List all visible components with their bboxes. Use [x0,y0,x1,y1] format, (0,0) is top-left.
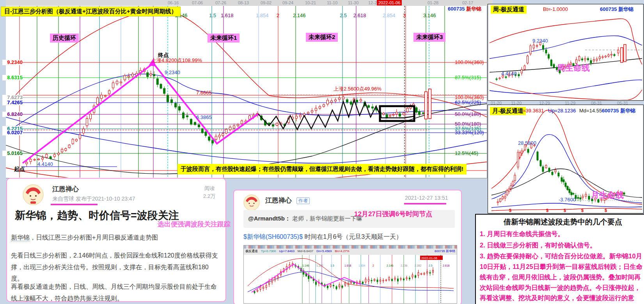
svg-text:2.382: 2.382 [415,264,422,267]
daily-banner-text: 于波段而言，有些股快速起爆；有些股仍需颠簸，但遵循江恩规则去做，看清走势做好跟随… [181,165,463,172]
svg-text:1.854: 1.854 [358,264,365,267]
daily-stock-name: 新华锦 [466,6,481,12]
post-left-meta: 来自雪球 发布于2021-10-10 23:47 [52,196,135,202]
weekly-chart-title: 周-极反通道 [491,5,527,14]
notes-item: 1. 月周日有生命线共振信号。 [480,229,644,239]
mini-header-token: Bn=4.27% [335,249,349,253]
embedded-mini-chart[interactable]: 极反通道Tp=0.7300Up=7.8463Md=6.6437Dn=5.4569… [243,245,457,304]
notes-panel: 借新华锦阐述波段走势中的几个要点 1. 月周日有生命线共振信号。2. 日线做三步… [475,214,644,304]
read-count: 2.2万 [203,194,215,199]
svg-text:2022-01-06: 2022-01-06 [421,256,437,260]
weekly-stock-id: 600735 新华锦 [600,7,633,12]
post-middle-body-rest: 时间在1月6号（元旦3天顺延一天） [303,233,402,240]
monthly-lifeline-label: 月生命线 [591,190,624,199]
stock-link[interactable]: $新华锦(SH600735)$ [243,233,303,240]
weekly-low-label: 4.4140 [501,71,517,76]
daily-chart-title-text: 日-江恩三步分析图（极反通道+江恩波段百分比+黄金时间周期线） [4,8,177,14]
post-left-body1-text: ，日线江恩三步分析图+月周日极反通道走势图 [30,234,158,241]
weekly-high-label: 9.2340 [532,38,548,44]
post-middle-body: $新华锦(SH600735)$ 时间在1月6号（元旦3天顺延一天） [243,233,402,240]
svg-text:1.382: 1.382 [316,264,323,267]
daily-banner: 于波段而言，有些股快速起爆；有些股仍需颠簸，但遵循江恩规则去做，看清走势做好跟随… [177,164,467,174]
monthly-bt-value: =39.3631 [523,108,544,114]
svg-text:2: 2 [373,264,374,267]
monthly-low-label: -3.7600 [559,197,576,203]
weekly-bt-value: Bt=-1.0000 [543,7,568,12]
svg-text:2.618: 2.618 [443,264,450,267]
daily-stock-code: 600735 [448,6,465,12]
mini-header-token: Tp=0.7300 [261,249,276,253]
monthly-chart-title: 月-极反通道 [490,107,526,115]
quote-text: 老师，新华锦能更新一下嘛 [292,215,362,222]
svg-text:$: $ [605,208,607,213]
post-left-source: 来自雪球 [52,196,74,202]
weekly-chart-canvas [488,4,643,100]
svg-text:$: $ [581,208,584,213]
daily-chart-canvas [0,0,487,178]
read-label: 阅读 [204,186,215,191]
stock-mention[interactable]: 新华锦 [11,234,30,241]
quote-mention[interactable]: @Armandt5b： [248,215,291,222]
post-middle-author[interactable]: 江恩禅心 [265,197,292,204]
post-middle-highlight-note: 12月27日强调6号时间节点 [354,211,432,218]
notes-item: 3. 趋势在要保持耐心，可结合百分比位做差。新华锦10月10日开贴，11月25日… [480,251,644,304]
svg-text:2.236: 2.236 [401,264,408,267]
svg-text:1.5: 1.5 [330,264,334,267]
svg-text:$: $ [564,208,566,213]
monthly-high-label: 28.5800 [518,140,536,146]
post-left-body1: 新华锦，日线江恩三步分析图+月周日极反通道走势图 [10,232,220,244]
notes-title: 借新华锦阐述波段走势中的几个要点 [480,217,644,227]
weekly-lifeline-label: 周生命线 [557,63,590,72]
author-badge: 作者 [296,197,310,204]
mini-header-token: 极反通道 [245,249,258,253]
mini-header-token: Dn=5.4569 [316,249,332,253]
weekly-chart-title-text: 周-极反通道 [493,6,524,12]
daily-chart-title: 日-江恩三步分析图（极反通道+江恩波段百分比+黄金时间周期线） [1,7,181,16]
svg-text:2.5: 2.5 [429,264,433,267]
svg-text:1.618: 1.618 [344,264,351,267]
post-middle-timestamp: 2021-12-27 13:51 [405,195,448,201]
post-middle: 江恩禅心 作者 2021-12-27 13:51 @Armandt5b： 老师，… [233,190,462,304]
mini-chart-header: 极反通道Tp=0.7300Up=7.8463Md=6.6437Dn=5.4569… [244,249,457,255]
post-left-highlight-note: 选出便强调波段关注跟踪 [158,221,231,228]
avatar[interactable] [23,184,44,205]
post-left-title: 新华锦，趋势、时价信号=波段关注 [15,210,179,222]
monthly-stock-id: 600735 新华锦 [602,108,635,114]
svg-text:$: $ [509,208,511,213]
mini-stock-id: 600735 新华锦 [435,249,455,253]
published-underline [51,204,98,205]
notes-items: 1. 月周日有生命线共振信号。2. 日线做三步分析图，有时价确认信号。3. 趋势… [480,229,644,304]
notes-item: 2. 日线做三步分析图，有时价确认信号。 [480,240,644,251]
post-left-body3: 再看极反通道走势图，日线、周线、月线三个周期均显示股价目前处于生命线上涨幅不大，… [11,281,221,304]
post-left: 江恩禅心 来自雪球 发布于2021-10-10 23:47 阅读 2.2万 新华… [6,178,226,302]
monthly-md-value: Md=14.55 [579,108,602,114]
monthly-up-value: Up=28.1236 [548,108,576,114]
post-left-published: 发布于2021-10-10 23:47 [76,196,135,202]
mini-chart-toolbar [244,245,457,249]
post-left-author[interactable]: 江恩禅心 [52,186,79,193]
svg-text:2.146: 2.146 [387,264,394,267]
monthly-chart-title-text: 月-极反通道 [492,107,523,114]
screenshot-root: { "daily_chart": { "title": "日-江恩三步分析图（极… [0,0,644,304]
mini-header-token: Up=7.8463 [279,249,294,253]
mini-header-token: Md=6.6437 [298,249,313,253]
post-left-body2: 先看日线三步分析图，2.146时间点，股价回踩生命线和120度价格线获得支撑，出… [11,250,221,284]
avatar[interactable] [243,194,260,211]
daily-stock-id: 600735 新华锦 [448,6,481,12]
timestamp-underline [404,203,446,204]
svg-text:$: $ [546,208,548,213]
svg-text:1.146: 1.146 [302,264,309,267]
mini-chart-canvas: 1.1461.3821.51.6181.85422.1462.2362.3822… [244,255,457,304]
